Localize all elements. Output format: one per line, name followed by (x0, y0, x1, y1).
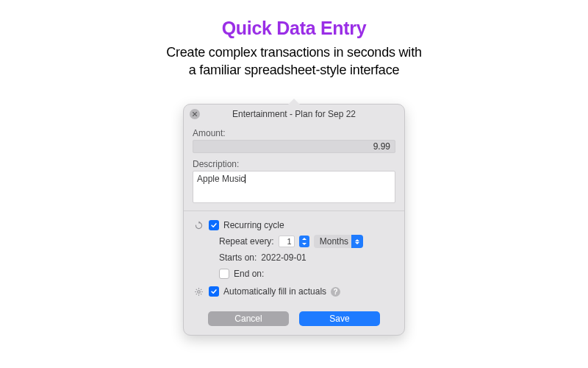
description-label: Description: (193, 159, 395, 169)
svg-line-5 (196, 289, 196, 289)
stepper-up-icon (302, 238, 306, 240)
popover-arrow (288, 99, 300, 105)
check-icon (210, 222, 218, 229)
popover-footer: Cancel Save (184, 305, 404, 335)
repeat-count-input[interactable]: 1 (279, 236, 295, 247)
help-icon[interactable]: ? (331, 287, 340, 297)
amount-value: 9.99 (373, 141, 390, 152)
end-on-checkbox[interactable] (219, 269, 229, 279)
popover-title: Entertainment - Plan for Sep 22 (232, 109, 356, 119)
repeat-label: Repeat every: (219, 236, 274, 247)
recurring-label: Recurring cycle (223, 220, 284, 230)
recurring-checkbox[interactable] (209, 220, 219, 230)
plan-popover: Entertainment - Plan for Sep 22 Amount: … (183, 104, 405, 336)
section-divider (184, 210, 404, 211)
amount-label: Amount: (193, 128, 395, 138)
repeat-stepper[interactable] (299, 236, 309, 247)
amount-input[interactable]: 9.99 (193, 140, 395, 153)
autofill-checkbox[interactable] (209, 286, 219, 297)
subhead-line-1: Create complex transactions in seconds w… (166, 45, 422, 60)
svg-line-7 (201, 289, 201, 289)
repeat-unit-select[interactable]: Months (314, 235, 363, 248)
text-caret (245, 174, 245, 183)
repeat-unit-value: Months (320, 236, 348, 247)
description-input[interactable]: Apple Music (193, 171, 395, 203)
popover-header: Entertainment - Plan for Sep 22 (184, 105, 404, 124)
starts-on-label: Starts on: (219, 252, 257, 263)
close-icon (192, 111, 198, 117)
recurring-icon (193, 221, 204, 230)
close-button[interactable] (190, 109, 200, 119)
autofill-label: Automatically fill in actuals (223, 286, 326, 297)
stepper-down-icon (302, 243, 306, 245)
repeat-row: Repeat every: 1 Months (193, 233, 395, 250)
recurring-row: Recurring cycle (193, 217, 395, 233)
select-arrows-icon (351, 235, 363, 248)
description-value: Apple Music (197, 174, 245, 184)
end-on-label: End on: (234, 269, 264, 279)
starts-on-row: Starts on: 2022-09-01 (193, 250, 395, 266)
subhead-line-2: a familiar spreadsheet-style interface (189, 63, 400, 77)
marketing-subhead: Create complex transactions in seconds w… (0, 43, 588, 79)
starts-on-input[interactable]: 2022-09-01 (261, 252, 306, 263)
marketing-headline: Quick Data Entry (0, 18, 588, 39)
save-button[interactable]: Save (299, 311, 380, 326)
svg-line-8 (196, 294, 196, 294)
svg-line-6 (201, 294, 201, 294)
end-on-row: End on: (193, 266, 395, 282)
gear-icon (193, 287, 204, 297)
check-icon (210, 288, 218, 295)
svg-point-0 (197, 290, 200, 293)
autofill-row: Automatically fill in actuals ? (193, 283, 395, 300)
cancel-button[interactable]: Cancel (208, 311, 289, 326)
